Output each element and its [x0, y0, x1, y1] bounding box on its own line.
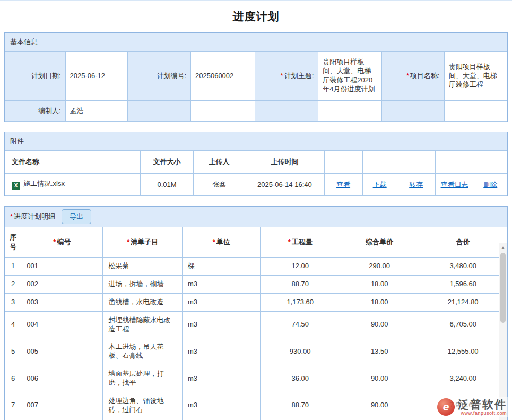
detail-section-header: *进度计划明细 导出 — [5, 207, 507, 227]
cell-quantity: 88.70 — [261, 275, 340, 293]
cell-total: 12,555.00 — [419, 338, 507, 365]
detail-section: *进度计划明细 导出 序号 *编号 *清单子目 *单位 *工程量 综合单价 合价 — [4, 206, 508, 420]
cell-code: 005 — [21, 338, 103, 365]
excel-file-icon: X — [12, 182, 20, 190]
compiler-label: 编制人: — [5, 101, 66, 122]
cell-unit-price: 18.00 — [340, 275, 419, 293]
cell-unit: m3 — [182, 275, 261, 293]
col-unit-price: 综合单价 — [340, 227, 419, 258]
basic-info-section-title: 基本信息 — [5, 33, 507, 51]
view-log-link[interactable]: 查看日志 — [441, 181, 468, 188]
cell-quantity: 88.70 — [261, 392, 340, 419]
cell-unit: m3 — [182, 365, 261, 392]
plan-subject-value: 贵阳项目样板间、大堂、电梯厅装修工程2020年4月份进度计划 — [318, 52, 382, 101]
required-mark: * — [281, 72, 283, 80]
cell-code: 001 — [21, 258, 103, 276]
cell-seq: 3 — [5, 293, 21, 311]
col-action-empty — [362, 151, 397, 174]
download-link[interactable]: 下载 — [373, 181, 387, 188]
cell-total: 21,124.80 — [419, 293, 507, 311]
cell-item: 木工进场，吊天花板、石膏线 — [103, 338, 182, 365]
table-row: 5 005 木工进场，吊天花板、石膏线 m3 930.00 13.50 12,5… — [5, 338, 507, 365]
col-action-empty — [324, 151, 362, 174]
cell-unit-price: 18.00 — [340, 293, 419, 311]
cell-total: 3,480.00 — [419, 258, 507, 276]
plan-date-label: 计划日期: — [5, 52, 66, 101]
plan-number-label: 计划编号: — [127, 52, 190, 101]
basic-info-table: 计划日期: 2025-06-12 计划编号: 2025060002 *计划主题:… — [5, 51, 507, 122]
col-action-empty — [435, 151, 474, 174]
delete-link[interactable]: 删除 — [483, 181, 497, 188]
cell-item: 处理边角、铺设地砖，过门石 — [103, 392, 182, 419]
cell-seq: 5 — [5, 338, 21, 365]
attachments-table: 文件名称 文件大小 上传人 上传时间 X施工情况.xlsx 0.01M 张鑫 2… — [5, 150, 507, 196]
required-mark: * — [53, 238, 56, 246]
cell-seq: 7 — [5, 392, 21, 419]
cell-unit-price: 290.00 — [340, 258, 419, 276]
cell-code: 003 — [21, 293, 103, 311]
attachment-file-name: 施工情况.xlsx — [23, 179, 65, 187]
cell-seq: 4 — [5, 311, 21, 338]
plan-date-value: 2025-06-12 — [65, 52, 127, 101]
project-name-label: *项目名称: — [382, 52, 444, 101]
basic-info-section: 基本信息 计划日期: 2025-06-12 计划编号: 2025060002 *… — [4, 32, 508, 122]
cell-item: 松果菊 — [103, 258, 182, 276]
table-row: 6 006 墙面基层处理，打磨，找平 m3 36.00 90.00 3,240.… — [5, 365, 507, 392]
save-as-link[interactable]: 转存 — [409, 181, 423, 188]
page-title: 进度计划 — [0, 1, 512, 32]
col-file-name: 文件名称 — [5, 151, 141, 174]
cell-unit-price: 13.50 — [340, 338, 419, 365]
attachment-row: X施工情况.xlsx 0.01M 张鑫 2025-06-14 16:40 查看 … — [5, 174, 507, 196]
col-quantity: *工程量 — [261, 227, 340, 258]
cell-seq: 1 — [5, 258, 21, 276]
col-uploader: 上传人 — [193, 151, 245, 174]
cell-unit: 棵 — [182, 258, 261, 276]
detail-header-row: 序号 *编号 *清单子目 *单位 *工程量 综合单价 合价 — [5, 227, 507, 258]
cell-unit-price: 90.00 — [340, 311, 419, 338]
detail-table: 序号 *编号 *清单子目 *单位 *工程量 综合单价 合价 1 001 松果菊 … — [5, 227, 507, 420]
cell-quantity: 74.50 — [261, 311, 340, 338]
cell-code: 006 — [21, 365, 103, 392]
col-upload-time: 上传时间 — [245, 151, 324, 174]
cell-unit-price: 90.00 — [340, 365, 419, 392]
attachment-file-cell: X施工情况.xlsx — [5, 174, 141, 196]
col-seq: 序号 — [5, 227, 21, 258]
scroll-thumb[interactable] — [500, 253, 506, 323]
cell-quantity: 36.00 — [261, 365, 340, 392]
col-item: *清单子目 — [103, 227, 182, 258]
scrollbar[interactable]: ▲ — [499, 243, 507, 420]
cell-unit: m3 — [182, 338, 261, 365]
detail-section-title: *进度计划明细 — [10, 212, 55, 221]
cell-quantity: 12.00 — [261, 258, 340, 276]
cell-unit-price: 90.00 — [340, 392, 419, 419]
empty-label-cell — [382, 101, 444, 122]
cell-item: 封埋线槽隐蔽水电改造工程 — [103, 311, 182, 338]
cell-unit: m3 — [182, 311, 261, 338]
cell-item: 墙面基层处理，打磨，找平 — [103, 365, 182, 392]
cell-code: 004 — [21, 311, 103, 338]
col-file-size: 文件大小 — [141, 151, 193, 174]
progress-plan-page: 进度计划 基本信息 计划日期: 2025-06-12 计划编号: 2025060… — [0, 0, 512, 420]
table-row: 7 007 处理边角、铺设地砖，过门石 m3 88.70 90.00 7,983… — [5, 392, 507, 419]
cell-seq: 2 — [5, 275, 21, 293]
cell-code: 007 — [21, 392, 103, 419]
empty-value-cell — [191, 101, 255, 122]
attachments-section: 附件 文件名称 文件大小 上传人 上传时间 X施工情况.xlsx — [4, 132, 508, 196]
col-action-empty — [397, 151, 435, 174]
cell-unit: m3 — [182, 392, 261, 419]
scroll-up-arrow[interactable]: ▲ — [499, 243, 507, 252]
table-row: 2 002 进场，拆墙，砌墙 m3 88.70 18.00 1,596.60 — [5, 275, 507, 293]
view-link[interactable]: 查看 — [336, 181, 350, 188]
empty-label-cell — [127, 101, 190, 122]
required-mark: * — [406, 72, 409, 80]
cell-seq: 6 — [5, 365, 21, 392]
export-button[interactable]: 导出 — [62, 209, 91, 224]
attachments-section-title: 附件 — [5, 132, 507, 150]
cell-item: 进场，拆墙，砌墙 — [103, 275, 182, 293]
col-unit: *单位 — [182, 227, 261, 258]
cell-code: 002 — [21, 275, 103, 293]
plan-subject-label: *计划主题: — [255, 52, 318, 101]
cell-quantity: 1,173.60 — [261, 293, 340, 311]
attachment-upload-time: 2025-06-14 16:40 — [245, 174, 324, 196]
fanpu-url-text: www.fanpusoft.com — [461, 410, 507, 416]
